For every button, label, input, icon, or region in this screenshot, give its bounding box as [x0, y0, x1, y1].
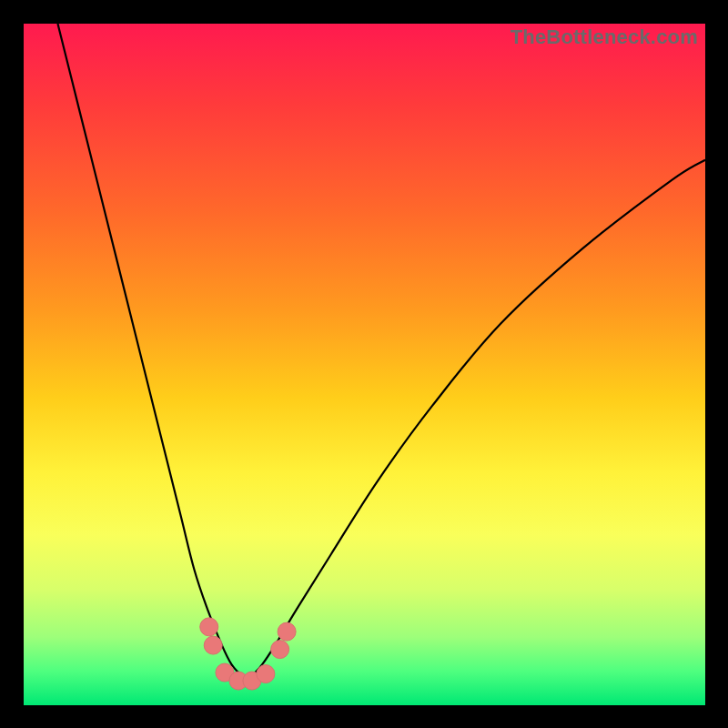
- curve-marker: [257, 665, 275, 683]
- curve-marker: [204, 636, 222, 654]
- curve-marker: [271, 641, 289, 659]
- curve-marker: [278, 622, 296, 641]
- curve-markers: [200, 618, 296, 690]
- curve-marker: [200, 618, 218, 636]
- chart-frame: TheBottleneck.com: [0, 0, 728, 728]
- bottleneck-curve-path: [57, 24, 705, 676]
- plot-area: TheBottleneck.com: [24, 24, 705, 705]
- curve-svg: [24, 24, 705, 705]
